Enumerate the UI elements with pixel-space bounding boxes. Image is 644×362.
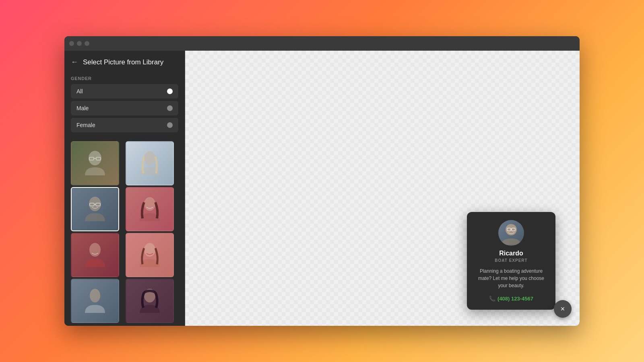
- sidebar-header: ← Select Picture from Library: [64, 51, 185, 73]
- gender-label: GENDER: [71, 76, 178, 81]
- photo-5[interactable]: [71, 233, 119, 277]
- image-grid: [64, 138, 185, 326]
- gender-female-label: Female: [76, 122, 95, 128]
- photo-8[interactable]: [126, 279, 174, 323]
- chat-avatar: [498, 220, 524, 246]
- window-body: ← Select Picture from Library GENDER All…: [64, 51, 580, 326]
- traffic-light-fullscreen[interactable]: [85, 41, 89, 46]
- svg-point-5: [89, 197, 101, 211]
- gender-option-male[interactable]: Male: [71, 101, 178, 115]
- photo-7[interactable]: [71, 279, 119, 323]
- gender-option-female[interactable]: Female: [71, 118, 178, 132]
- gender-all-label: All: [76, 88, 83, 95]
- traffic-light-close[interactable]: [69, 41, 74, 46]
- chat-role: BOAT EXPERT: [495, 258, 527, 263]
- gender-option-all[interactable]: All: [71, 84, 178, 99]
- gender-male-label: Male: [76, 105, 89, 111]
- svg-point-9: [144, 197, 155, 211]
- gender-section: GENDER All Male Female: [64, 73, 185, 135]
- titlebar: [64, 36, 580, 51]
- traffic-lights: [69, 41, 89, 46]
- photo-6[interactable]: [126, 233, 174, 277]
- photo-1[interactable]: [71, 141, 119, 185]
- app-window: ← Select Picture from Library GENDER All…: [64, 36, 580, 326]
- photo-3[interactable]: [71, 187, 119, 231]
- phone-number: (408) 123-4567: [497, 296, 533, 302]
- chat-name: Ricardo: [499, 250, 523, 257]
- gender-male-radio: [167, 105, 173, 111]
- back-button[interactable]: ←: [71, 58, 78, 66]
- traffic-light-minimize[interactable]: [77, 41, 82, 46]
- close-button[interactable]: ×: [554, 300, 572, 318]
- chat-message: Planning a boating adventure mate? Let m…: [473, 267, 549, 289]
- gender-all-radio: [167, 88, 173, 94]
- svg-point-12: [90, 289, 100, 302]
- sidebar: ← Select Picture from Library GENDER All…: [64, 51, 185, 326]
- gender-female-radio: [167, 122, 173, 128]
- page-title: Select Picture from Library: [83, 58, 163, 66]
- svg-point-10: [89, 243, 101, 257]
- photo-2[interactable]: [126, 141, 174, 185]
- svg-point-0: [89, 151, 101, 165]
- chat-phone[interactable]: 📞 (408) 123-4567: [489, 296, 533, 302]
- svg-point-4: [144, 151, 155, 165]
- phone-icon: 📞: [489, 296, 495, 302]
- photo-4[interactable]: [126, 187, 174, 231]
- main-content: Ricardo BOAT EXPERT Planning a boating a…: [185, 51, 580, 326]
- chat-card: Ricardo BOAT EXPERT Planning a boating a…: [467, 212, 555, 310]
